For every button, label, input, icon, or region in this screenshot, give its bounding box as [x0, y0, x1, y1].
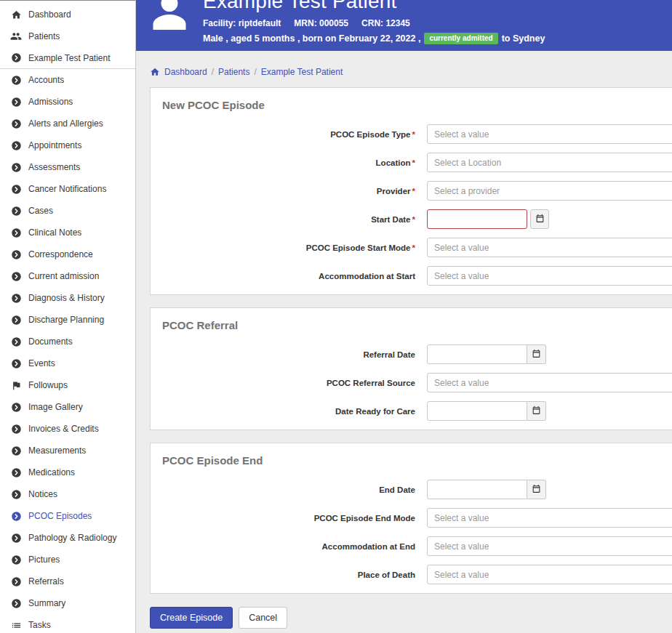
required-asterisk: * — [412, 187, 415, 195]
app-root: DashboardPatientsExample Test PatientAcc… — [0, 0, 672, 633]
chevron-circle-icon — [10, 467, 22, 478]
select-placeholder: Select a value — [434, 513, 489, 523]
breadcrumb-dashboard-link[interactable]: Dashboard — [164, 67, 207, 77]
start-date-input[interactable] — [427, 209, 527, 229]
sidebar-item-cancer-notifications[interactable]: Cancer Notifications — [0, 178, 135, 200]
referral-date-calendar-button[interactable] — [527, 344, 546, 364]
end-date-label: End Date — [151, 485, 427, 494]
place-of-death-label: Place of Death — [151, 570, 427, 579]
chevron-circle-icon — [10, 205, 22, 217]
form-row-date-ready-for-care: Date Ready for Care — [151, 401, 672, 421]
date-ready-for-care-label: Date Ready for Care — [151, 407, 427, 416]
card-pcoc-referral: PCOC ReferralReferral DatePCOC Referral … — [150, 307, 672, 430]
accommodation-at-start-select[interactable]: Select a value — [427, 266, 672, 286]
patient-avatar-icon — [148, 0, 191, 33]
sidebar-item-assessments[interactable]: Assessments — [0, 156, 135, 178]
sidebar-item-current-admission[interactable]: Current admission — [0, 265, 135, 287]
chevron-circle-icon — [10, 140, 22, 151]
chevron-circle-icon — [10, 445, 22, 456]
sidebar-item-diagnosis-and-history[interactable]: Diagnosis & History — [0, 287, 135, 309]
sidebar-item-label: Events — [28, 358, 55, 368]
patient-demographics: Male , aged 5 months , born on February … — [203, 33, 545, 44]
referral-date-label: Referral Date — [151, 350, 427, 359]
pcoc-referral-source-select[interactable]: Select a value — [427, 373, 672, 392]
form-row-provider: Provider*Select a provider — [151, 181, 672, 201]
demographics-text: Male , aged 5 months , born on February … — [203, 33, 420, 44]
sidebar-item-discharge-planning[interactable]: Discharge Planning — [0, 309, 135, 331]
facility-value: Facility: riptdefault — [203, 18, 281, 28]
date-ready-for-care-input[interactable] — [427, 401, 527, 421]
sidebar-item-label: PCOC Episodes — [28, 511, 92, 521]
accommodation-at-end-select[interactable]: Select a value — [427, 536, 672, 556]
end-date-input[interactable] — [427, 480, 527, 499]
sidebar-item-cases[interactable]: Cases — [0, 200, 135, 222]
pcoc-episode-type-select[interactable]: Select a value — [427, 124, 672, 144]
chevron-circle-icon — [10, 227, 22, 238]
sidebar-item-label: Cancer Notifications — [28, 184, 106, 194]
sidebar-item-admissions[interactable]: Admissions — [0, 91, 135, 113]
sidebar-item-image-gallery[interactable]: Image Gallery — [0, 396, 135, 418]
cancel-button[interactable]: Cancel — [239, 607, 287, 629]
chevron-circle-icon — [10, 532, 22, 544]
sidebar-item-measurements[interactable]: Measurements — [0, 440, 135, 461]
pcoc-episode-type-label: PCOC Episode Type* — [151, 130, 427, 139]
place-of-death-select[interactable]: Select a value — [427, 565, 672, 584]
provider-select[interactable]: Select a provider — [427, 181, 672, 201]
sidebar-item-summary[interactable]: Summary — [0, 592, 135, 614]
form-row-start-date: Start Date* — [151, 209, 672, 229]
sidebar-item-example-test-patient[interactable]: Example Test Patient — [0, 47, 135, 69]
sidebar-item-label: Patients — [28, 31, 60, 41]
chevron-circle-icon — [10, 292, 22, 304]
flag-icon — [10, 379, 22, 391]
crn-value: CRN: 12345 — [361, 18, 410, 28]
sidebar-item-accounts[interactable]: Accounts — [0, 69, 135, 91]
sidebar-item-tasks[interactable]: Tasks — [0, 614, 135, 633]
sidebar-item-correspondence[interactable]: Correspondence — [0, 243, 135, 265]
sidebar-item-pathology-and-radiology[interactable]: Pathology & Radiology — [0, 527, 135, 549]
sidebar-item-pcoc-episodes[interactable]: PCOC Episodes — [0, 505, 135, 527]
chevron-circle-icon — [10, 249, 22, 260]
sidebar-item-alerts-and-allergies[interactable]: Alerts and Allergies — [0, 113, 135, 134]
sidebar-item-clinical-notes[interactable]: Clinical Notes — [0, 222, 135, 243]
sidebar-item-label: Image Gallery — [28, 402, 83, 412]
referral-date-input[interactable] — [427, 344, 527, 364]
select-placeholder: Select a value — [434, 570, 489, 580]
sidebar-item-followups[interactable]: Followups — [0, 374, 135, 396]
chevron-circle-icon — [10, 401, 22, 413]
start-date-calendar-button[interactable] — [530, 209, 549, 229]
chevron-circle-icon — [10, 597, 22, 609]
end-date-calendar-button[interactable] — [527, 480, 546, 499]
sidebar-item-notices[interactable]: Notices — [0, 483, 135, 505]
section-title: New PCOC Episode — [151, 88, 672, 120]
sidebar-item-label: Diagnosis & History — [28, 293, 105, 303]
breadcrumb-patients-link[interactable]: Patients — [218, 67, 249, 77]
chevron-circle-icon — [10, 510, 22, 522]
sidebar-item-label: Medications — [28, 467, 75, 477]
calendar-icon — [535, 214, 545, 225]
sidebar-item-pictures[interactable]: Pictures — [0, 549, 135, 570]
sidebar-item-documents[interactable]: Documents — [0, 331, 135, 352]
sidebar-item-label: Notices — [28, 489, 57, 499]
breadcrumb-current-patient-link[interactable]: Example Test Patient — [261, 67, 343, 77]
sidebar-item-invoices-and-credits[interactable]: Invoices & Credits — [0, 418, 135, 440]
sidebar-item-patients[interactable]: Patients — [0, 25, 135, 47]
location-select[interactable]: Select a Location — [427, 153, 672, 172]
pcoc-episode-end-mode-select[interactable]: Select a value — [427, 508, 672, 528]
main-area: Example Test Patient Facility: riptdefau… — [136, 0, 672, 633]
create-episode-button[interactable]: Create Episode — [150, 607, 233, 629]
sidebar-item-label: Appointments — [28, 140, 81, 150]
provider-label: Provider* — [151, 187, 427, 195]
home-icon — [10, 9, 22, 20]
chevron-circle-icon — [10, 161, 22, 173]
sidebar-item-dashboard[interactable]: Dashboard — [0, 4, 135, 25]
calendar-icon — [532, 406, 541, 417]
sidebar-item-events[interactable]: Events — [0, 352, 135, 374]
pcoc-episode-start-mode-select[interactable]: Select a value — [427, 238, 672, 257]
chevron-circle-icon — [10, 96, 22, 108]
sidebar-item-referrals[interactable]: Referrals — [0, 570, 135, 592]
chevron-circle-icon — [10, 314, 22, 326]
sidebar-item-appointments[interactable]: Appointments — [0, 134, 135, 156]
sidebar-item-medications[interactable]: Medications — [0, 461, 135, 483]
chevron-circle-icon — [10, 183, 22, 195]
date-ready-for-care-calendar-button[interactable] — [527, 401, 546, 421]
